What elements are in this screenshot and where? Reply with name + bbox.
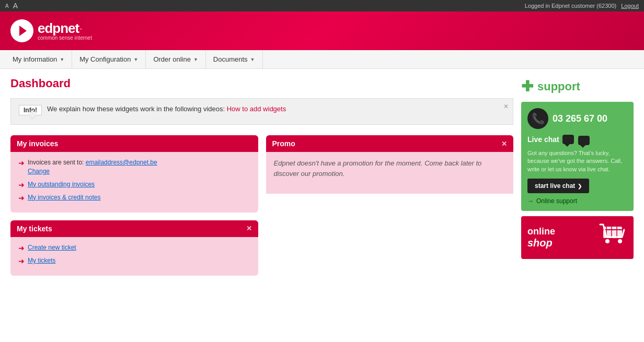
support-box: 📞 03 265 67 00 Live chat Got any questio… xyxy=(521,102,634,211)
live-chat-label: Live chat xyxy=(527,133,627,145)
my-tickets-header: My tickets ✕ xyxy=(10,220,258,237)
my-tickets-widget: My tickets ✕ ➜ Create new ticket ➜ My ti… xyxy=(10,220,258,276)
widget-grid-row1: My invoices ➜ Invoices are sent to: emai… xyxy=(10,135,513,213)
info-close-icon[interactable]: ✕ xyxy=(503,103,509,110)
support-plus-icon: ✚ xyxy=(521,79,533,94)
logged-in-text: Logged in Edpnet customer (62300) xyxy=(525,3,617,9)
chat-bubble-icon xyxy=(578,136,590,145)
main-content: Dashboard Info! We explain how these wid… xyxy=(0,69,644,342)
support-text: Got any questions? That's lucky, because… xyxy=(527,149,627,173)
online-shop-box[interactable]: online shop xyxy=(521,216,634,259)
tagline: common sense internet xyxy=(38,35,92,41)
arrow-icon: ➜ xyxy=(18,257,25,265)
top-bar: A A Logged in Edpnet customer (62300) Lo… xyxy=(0,0,644,11)
nav-documents[interactable]: Documents ▼ xyxy=(206,50,263,68)
chevron-down-icon: ▼ xyxy=(133,57,138,62)
chevron-down-icon: ▼ xyxy=(250,57,255,62)
brand-name: edpedpnetnet· xyxy=(38,21,92,35)
promo-header: Promo ✕ xyxy=(266,135,514,152)
logo-text: edpedpnetnet· common sense internet xyxy=(38,21,92,41)
header: edpedpnetnet· common sense internet xyxy=(0,11,644,50)
chevron-right-icon: ❯ xyxy=(578,183,582,189)
logo-arrow-icon xyxy=(19,26,27,36)
logout-link[interactable]: Logout xyxy=(621,3,639,9)
user-info: Logged in Edpnet customer (62300) Logout xyxy=(525,3,639,9)
font-large-icon[interactable]: A xyxy=(13,2,18,10)
phone-row: 📞 03 265 67 00 xyxy=(527,108,627,129)
chat-icons xyxy=(562,133,590,145)
nav-order-online[interactable]: Order online ▼ xyxy=(146,50,205,68)
support-title: support xyxy=(537,80,580,93)
empty-widget-placeholder xyxy=(266,220,514,276)
promo-close-icon[interactable]: ✕ xyxy=(501,140,507,148)
nav-my-configuration[interactable]: My Configuration ▼ xyxy=(72,50,146,68)
create-ticket-link[interactable]: Create new ticket xyxy=(28,244,76,251)
my-invoices-header: My invoices xyxy=(10,135,258,152)
my-tickets-body: ➜ Create new ticket ➜ My tickets xyxy=(10,237,258,276)
arrow-icon: ➜ xyxy=(18,181,25,189)
promo-body: Edpnet doesn't have a promotion for the … xyxy=(266,152,514,194)
phone-number: 03 265 67 00 xyxy=(553,113,607,124)
arrow-icon: ➜ xyxy=(18,159,25,167)
credit-notes-row: ➜ My invoices & credit notes xyxy=(18,193,250,202)
page-title: Dashboard xyxy=(10,77,513,90)
widget-grid-row2: My tickets ✕ ➜ Create new ticket ➜ My ti… xyxy=(10,220,513,276)
online-support-link[interactable]: → Online support xyxy=(527,197,627,205)
phone-icon: 📞 xyxy=(527,108,548,129)
sidebar: ✚ support 📞 03 265 67 00 Live chat Got a… xyxy=(521,77,634,340)
online-shop-text: online shop xyxy=(527,226,555,249)
chat-bubble-icon xyxy=(562,135,574,144)
shop-italic-label: shop xyxy=(527,237,555,249)
my-invoices-body: ➜ Invoices are sent to: emailaddress@edp… xyxy=(10,152,258,213)
how-to-add-widgets-link[interactable]: How to add widgets xyxy=(227,105,286,113)
invoice-email-link[interactable]: emailaddress@edpnet.be xyxy=(86,159,157,166)
shopping-cart-icon xyxy=(596,222,627,253)
font-size-controls: A A xyxy=(5,2,18,10)
info-text: We explain how these widgets work in the… xyxy=(47,105,286,113)
navigation: My information ▼ My Configuration ▼ Orde… xyxy=(0,50,644,69)
invoice-email-row: ➜ Invoices are sent to: emailaddress@edp… xyxy=(18,158,250,176)
arrow-icon: ➜ xyxy=(18,194,25,202)
phone-emoji-icon: 📞 xyxy=(532,112,545,125)
nav-my-information[interactable]: My information ▼ xyxy=(5,50,72,68)
arrow-icon: ➜ xyxy=(18,244,25,252)
logo-circle xyxy=(10,19,33,42)
outstanding-invoices-row: ➜ My outstanding invoices xyxy=(18,180,250,189)
promo-widget: Promo ✕ Edpnet doesn't have a promotion … xyxy=(266,135,514,213)
chevron-down-icon: ▼ xyxy=(193,57,198,62)
live-chat-button[interactable]: start live chat ❯ xyxy=(527,179,589,193)
shop-online-label: online xyxy=(527,226,555,237)
my-invoices-widget: My invoices ➜ Invoices are sent to: emai… xyxy=(10,135,258,213)
view-tickets-row: ➜ My tickets xyxy=(18,256,250,265)
support-header: ✚ support xyxy=(521,77,634,97)
svg-point-5 xyxy=(605,239,610,243)
font-small-icon[interactable]: A xyxy=(5,3,9,9)
create-ticket-row: ➜ Create new ticket xyxy=(18,243,250,252)
promo-text: Edpnet doesn't have a promotion for the … xyxy=(274,158,506,179)
logo: edpedpnetnet· common sense internet xyxy=(10,19,92,42)
arrow-right-icon: → xyxy=(527,197,534,205)
chevron-down-icon: ▼ xyxy=(60,57,64,62)
credit-notes-link[interactable]: My invoices & credit notes xyxy=(28,193,100,202)
tickets-close-icon[interactable]: ✕ xyxy=(246,225,252,232)
view-tickets-link[interactable]: My tickets xyxy=(28,257,55,264)
outstanding-invoices-link[interactable]: My outstanding invoices xyxy=(28,180,95,189)
info-banner: Info! We explain how these widgets work … xyxy=(10,98,513,125)
content-area: Dashboard Info! We explain how these wid… xyxy=(10,77,513,340)
invoice-change-link[interactable]: Change xyxy=(28,168,50,175)
svg-point-6 xyxy=(618,239,622,243)
